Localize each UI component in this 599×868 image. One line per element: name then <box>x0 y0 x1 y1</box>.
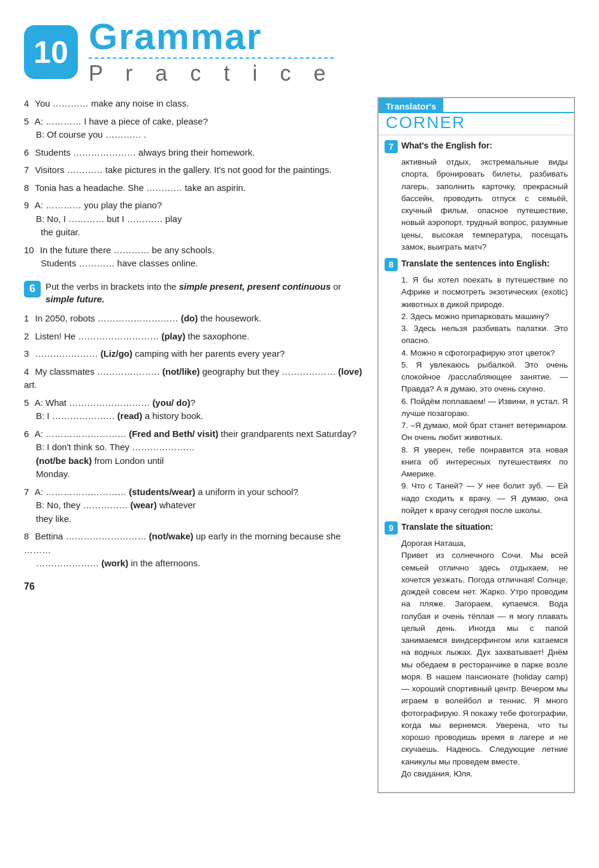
list-item: 1 In 2050, robots ……………………… (do) the hou… <box>24 312 363 326</box>
list-item: 6 Students ………………… always bring their ho… <box>24 146 363 160</box>
list-item: 4 My classmates ………………… (not/like) geogr… <box>24 365 363 392</box>
title-grammar: Grammar <box>89 18 334 55</box>
list-item: 5 A: ………… I have a piece of cake, please… <box>24 115 363 142</box>
page-number: 76 <box>24 581 363 592</box>
top-exercises: 4 You ………… make any noise in class. 5 A:… <box>24 97 363 271</box>
chapter-number: 10 <box>24 25 78 79</box>
list-item: 8 Tonia has a headache. She ………… take an… <box>24 181 363 195</box>
tc-section7-header: 7 What's the English for: <box>385 140 568 153</box>
section6-number: 6 <box>24 281 41 298</box>
right-column: Translator's CORNER 7 What's the English… <box>377 97 575 793</box>
section6-intro: Put the verbs in brackets into the simpl… <box>46 280 363 306</box>
title-practice: P r a c t i c e <box>89 57 334 86</box>
tc-section9-header: 9 Translate the situation: <box>385 521 568 535</box>
tc-section7: 7 What's the English for: активный отдых… <box>379 140 574 253</box>
tc-section9: 9 Translate the situation: Дорогая Наташ… <box>379 521 574 780</box>
tc-num7: 7 <box>385 140 398 153</box>
list-item: 8 Bettina ……………………… (not/wake) up early … <box>24 530 363 570</box>
tc-section8: 8 Translate the sentences into English: … <box>379 258 574 517</box>
left-column: 4 You ………… make any noise in class. 5 A:… <box>24 97 363 793</box>
tc-section8-title: Translate the sentences into English: <box>401 258 549 270</box>
list-item: 3 ………………… (Liz/go) camping with her pare… <box>24 347 363 361</box>
section6-header: 6 Put the verbs in brackets into the sim… <box>24 280 363 306</box>
page-header: 10 Grammar P r a c t i c e <box>24 18 575 86</box>
tc-section8-header: 8 Translate the sentences into English: <box>385 258 568 271</box>
list-item: 7 A: ……………………… (students/wear) a uniform… <box>24 485 363 526</box>
title-block: Grammar P r a c t i c e <box>89 18 334 86</box>
tc-section8-body: 1. Я бы хотел поехать в путешествие по А… <box>385 274 568 517</box>
tc-section9-title: Translate the situation: <box>401 521 493 533</box>
tc-header-label: Translator's <box>379 98 443 113</box>
section6-items: 1 In 2050, robots ……………………… (do) the hou… <box>24 312 363 570</box>
list-item: 10 In the future there ………… be any schoo… <box>24 244 363 271</box>
list-item: 6 A: ……………………… (Fred and Beth/ visit) th… <box>24 427 363 481</box>
list-item: 5 A: What ……………………… (you/ do)? B: I …………… <box>24 396 363 423</box>
translators-corner: Translator's CORNER 7 What's the English… <box>377 97 575 793</box>
tc-section9-body: Дорогая Наташа, Привет из солнечного Соч… <box>385 538 568 780</box>
list-item: 2 Listen! He ……………………… (play) the saxoph… <box>24 330 363 344</box>
tc-section7-body: активный отдых, экстремальные виды спорт… <box>385 156 568 253</box>
list-item: 7 Visitors ………… take pictures in the gal… <box>24 163 363 177</box>
tc-num8: 8 <box>385 258 398 271</box>
list-item: 9 A: ………… you play the piano? B: No, I …… <box>24 199 363 239</box>
tc-num9: 9 <box>385 521 398 535</box>
tc-section7-title: What's the English for: <box>401 140 492 152</box>
list-item: 4 You ………… make any noise in class. <box>24 97 363 111</box>
tc-subheader: CORNER <box>379 113 574 135</box>
main-content: 4 You ………… make any noise in class. 5 A:… <box>24 97 575 793</box>
